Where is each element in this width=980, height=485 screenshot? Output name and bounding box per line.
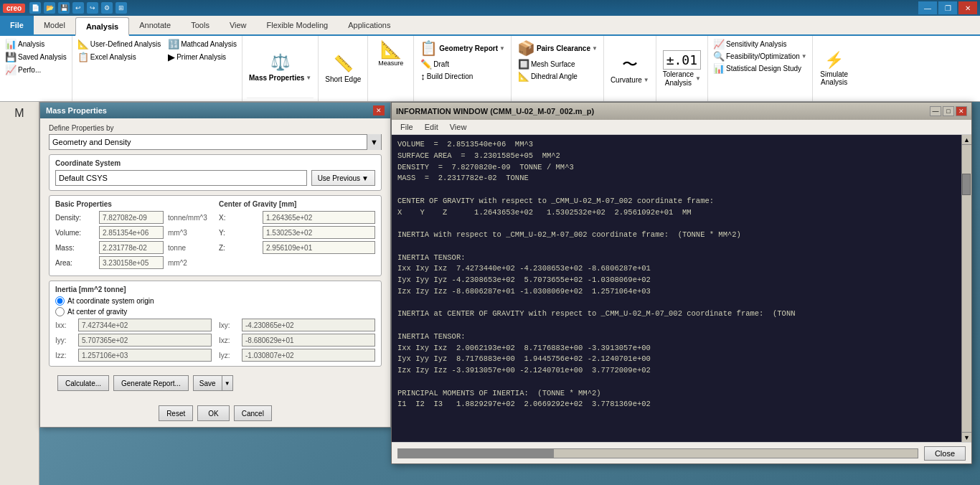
stat-design-btn[interactable]: 📊 Statistical Design Study — [711, 62, 809, 75]
saved-analysis-btn[interactable]: 💾 Saved Analysis — [3, 51, 69, 63]
info-minimize-btn[interactable]: — — [930, 106, 941, 116]
volume-input[interactable] — [99, 226, 164, 239]
title-bar: creo 📄 📂 💾 ↩ ↪ ⚙ ⊞ — ❐ ✕ — [0, 0, 980, 16]
user-defined-btn[interactable]: 📐 User-Defined Analysis — [75, 38, 163, 50]
information-window: INFORMATION WINDOW (CMM_U-02_M-07_002.m_… — [391, 102, 972, 464]
calculate-btn[interactable]: Calculate... — [57, 375, 109, 391]
ok-btn[interactable]: OK — [197, 405, 229, 421]
coord-label: Coordinate System — [55, 159, 375, 167]
iyy-input[interactable] — [78, 334, 212, 347]
radio-center-gravity[interactable]: At center of gravity — [55, 307, 375, 316]
analysis-btn[interactable]: 📊 Analysis — [3, 38, 69, 50]
ixz-input[interactable] — [242, 334, 375, 347]
app-logo: creo — [3, 4, 25, 13]
dialog-close-btn[interactable]: ✕ — [373, 105, 385, 116]
menu-edit[interactable]: Edit — [419, 121, 444, 133]
dihedral-angle-btn[interactable]: 📐 Dihedral Angle — [516, 70, 599, 83]
csys-dropdown[interactable]: Default CSYS — [55, 170, 307, 186]
info-win-controls: — □ ✕ — [930, 106, 967, 116]
scroll-track — [962, 145, 971, 432]
viewport-area: Mass Properties ✕ Define Properties by G… — [39, 102, 980, 485]
build-direction-btn[interactable]: ↕ Build Direction — [418, 70, 507, 83]
radio-coord-origin[interactable]: At coordinate system origin — [55, 296, 375, 306]
minimize-btn[interactable]: — — [918, 1, 937, 14]
cog-x-input[interactable] — [263, 211, 375, 224]
redo-icon[interactable]: ↪ — [87, 2, 98, 14]
new-icon[interactable]: 📄 — [29, 2, 41, 14]
horizontal-scrollbar[interactable] — [397, 448, 918, 458]
use-prev-arrow: ▼ — [362, 174, 369, 182]
menu-file[interactable]: File — [395, 121, 419, 133]
scroll-thumb[interactable] — [962, 174, 971, 195]
basic-props-title: Basic Properties — [55, 200, 212, 208]
close-bottom-btn[interactable]: Close — [924, 446, 966, 461]
mathcad-btn[interactable]: 🔢 Mathcad Analysis — [166, 38, 239, 50]
info-close-btn[interactable]: ✕ — [956, 106, 967, 116]
geometry-density-dropdown[interactable]: Geometry and Density ▼ — [49, 134, 382, 150]
cog-y-row: Y: — [219, 226, 375, 239]
tab-analysis[interactable]: Analysis — [75, 17, 129, 36]
cog-z-input[interactable] — [263, 241, 375, 254]
cancel-btn[interactable]: Cancel — [234, 405, 272, 421]
save-dropdown-btn[interactable]: ▼ — [222, 376, 232, 390]
sidebar-item-m[interactable]: M — [2, 105, 37, 122]
feasibility-btn[interactable]: 🔍 Feasibility/Optimization ▼ — [711, 50, 809, 62]
tolerance-btn[interactable]: ToleranceAnalysis ▼ — [661, 70, 703, 88]
area-input[interactable] — [99, 256, 164, 269]
mesh-surface-btn[interactable]: 🔲 Mesh Surface — [516, 58, 599, 70]
dropdown-arrow[interactable]: ▼ — [367, 134, 381, 150]
perfo-btn[interactable]: 📈 Perfo... — [3, 64, 69, 76]
short-edge-btn[interactable]: Short Edge — [323, 75, 363, 84]
save-btn[interactable]: Save — [194, 376, 222, 390]
inertia-grid: Ixx: Ixy: Iyy: Ixz: — [55, 319, 375, 362]
pairs-clearance-btn[interactable]: 📦 Pairs Clearance ▼ — [516, 38, 599, 58]
left-sidebar: M — [0, 102, 39, 485]
volume-row: Volume: mm^3 — [55, 226, 212, 239]
area-row: Area: mm^2 — [55, 256, 212, 269]
ixx-input[interactable] — [78, 319, 212, 331]
ixy-input[interactable] — [242, 319, 375, 331]
sensitivity-btn[interactable]: 📈 Sensitivity Analysis — [711, 38, 809, 50]
iyz-input[interactable] — [242, 349, 375, 362]
open-icon[interactable]: 📂 — [44, 2, 55, 14]
izz-row: Izz: — [55, 349, 212, 362]
mass-input[interactable] — [99, 241, 164, 254]
use-previous-btn[interactable]: Use Previous ▼ — [311, 170, 375, 186]
close-btn[interactable]: ✕ — [958, 1, 977, 14]
tab-tools[interactable]: Tools — [181, 16, 220, 34]
tab-applications[interactable]: Applications — [338, 16, 400, 34]
density-input[interactable] — [99, 211, 164, 224]
inertia-title: Inertia [mm^2 tonne] — [55, 286, 375, 293]
measure-btn[interactable]: 📐 Measure — [372, 38, 409, 70]
mass-properties-btn[interactable]: Mass Properties ▼ — [247, 73, 314, 83]
info-menubar: File Edit View — [392, 120, 971, 135]
settings-icon[interactable]: ⚙ — [101, 2, 113, 14]
undo-icon[interactable]: ↩ — [72, 2, 84, 14]
save-icon[interactable]: 💾 — [58, 2, 70, 14]
draft-btn[interactable]: ✏️ Draft — [418, 58, 507, 70]
tab-flexible-modeling[interactable]: Flexible Modeling — [257, 16, 339, 34]
info-bottom-bar: Close — [392, 442, 971, 463]
density-row: Density: tonne/mm^3 — [55, 211, 212, 224]
generate-report-btn[interactable]: Generate Report... — [113, 375, 189, 391]
scroll-down-btn[interactable]: ▼ — [962, 432, 971, 442]
info-restore-btn[interactable]: □ — [943, 106, 954, 116]
expand-icon[interactable]: ⊞ — [116, 2, 127, 14]
curvature-btn[interactable]: Curvature ▼ — [608, 75, 651, 85]
info-scrollbar[interactable]: ▲ ▼ — [961, 135, 971, 442]
geometry-report-btn[interactable]: 📋 Geometry Report ▼ — [418, 38, 507, 58]
tab-model[interactable]: Model — [34, 16, 75, 34]
excel-analysis-btn[interactable]: 📋 Excel Analysis — [75, 51, 163, 63]
cog-y-input[interactable] — [263, 226, 375, 239]
restore-btn[interactable]: ❐ — [938, 1, 957, 14]
cog-z-row: Z: — [219, 241, 375, 254]
tab-view[interactable]: View — [220, 16, 257, 34]
menu-view[interactable]: View — [444, 121, 473, 133]
tab-annotate[interactable]: Annotate — [129, 16, 181, 34]
primer-btn[interactable]: ▶ Primer Analysis — [166, 51, 239, 63]
izz-input[interactable] — [78, 349, 212, 362]
scroll-up-btn[interactable]: ▲ — [962, 135, 971, 145]
simulate-btn[interactable]: SimulateAnalysis — [818, 70, 850, 87]
reset-btn[interactable]: Reset — [159, 405, 193, 421]
tab-file[interactable]: File — [0, 16, 34, 34]
